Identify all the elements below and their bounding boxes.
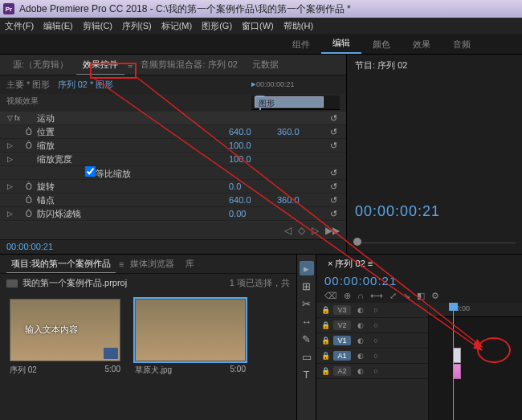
tool-button[interactable]: T <box>300 367 314 381</box>
stopwatch-icon[interactable]: Ò <box>26 196 37 205</box>
sequence-tab[interactable]: × 序列 02 ≡ <box>323 256 377 271</box>
project-tab[interactable]: 媒体浏览器 <box>125 255 179 272</box>
tool-button[interactable]: ▭ <box>300 349 314 364</box>
stopwatch-icon[interactable]: Ò <box>26 141 37 150</box>
add-keyframe-icon[interactable]: ◇ <box>298 225 305 236</box>
reset-icon[interactable]: ↺ <box>325 209 341 219</box>
prev-keyframe-icon[interactable]: ◁ <box>284 225 292 236</box>
timeline-option-icon[interactable]: ⌫ <box>324 291 337 301</box>
timeline-option-icon[interactable]: ◧ <box>417 291 425 301</box>
time-ruler[interactable]: :00:00 <box>429 303 522 317</box>
eye-icon[interactable]: ○ <box>370 336 381 345</box>
eye-icon[interactable]: ○ <box>370 367 381 375</box>
reset-icon[interactable]: ↺ <box>325 113 341 124</box>
timeline-option-icon[interactable]: ⟷ <box>370 291 383 301</box>
eye-icon[interactable]: ○ <box>370 306 381 314</box>
source-panel-tab[interactable]: 源:（无剪辑） <box>6 55 75 74</box>
timeline-option-icon[interactable]: ⚙ <box>431 291 439 301</box>
track-target[interactable]: V1 <box>333 336 351 345</box>
reset-icon[interactable]: ↺ <box>325 141 341 151</box>
source-panel-tab[interactable]: 效果控件 <box>76 55 124 75</box>
source-timecode[interactable]: 00:00:00:21 <box>0 239 346 254</box>
lock-icon[interactable]: 🔒 <box>320 367 331 375</box>
track-target[interactable]: V3 <box>333 305 351 315</box>
track-toggle[interactable]: ◐ <box>353 352 368 360</box>
tool-button[interactable]: ↔ <box>300 314 314 328</box>
workspace-tab[interactable]: 音频 <box>442 35 482 54</box>
timeline-option-icon[interactable]: ⊕ <box>344 291 351 301</box>
tool-button[interactable]: ✎ <box>300 332 314 346</box>
project-tab[interactable]: 项目:我的第一个案例作品 <box>6 255 116 273</box>
track-target[interactable]: A2 <box>333 366 351 376</box>
program-timecode[interactable]: 00:00:00:21 <box>347 200 522 223</box>
timeline-option-icon[interactable]: ↘ <box>403 291 410 301</box>
lock-icon[interactable]: 🔒 <box>320 306 331 314</box>
eye-icon[interactable]: ○ <box>370 321 381 329</box>
workspace-tab[interactable]: 编辑 <box>321 34 361 54</box>
track-toggle[interactable]: ◐ <box>353 306 368 314</box>
bin-icon[interactable] <box>6 279 18 287</box>
uniform-scale-checkbox[interactable] <box>85 166 96 177</box>
track-toggle[interactable]: ◐ <box>353 321 368 329</box>
audio-clip[interactable] <box>453 364 461 379</box>
track-toggle[interactable]: ◐ <box>353 367 368 375</box>
timeline-playhead[interactable] <box>453 303 454 420</box>
twirl-icon[interactable]: ▷ <box>5 155 14 163</box>
tab-menu-icon[interactable]: ≡ <box>119 259 124 269</box>
twirl-icon[interactable]: ▷ <box>5 182 14 190</box>
menu-item[interactable]: 窗口(W) <box>242 20 274 32</box>
timeline-option-icon[interactable]: ⤢ <box>389 291 397 301</box>
property-value[interactable]: 640.0 <box>229 195 277 205</box>
stopwatch-icon[interactable]: Ò <box>26 182 37 191</box>
workspace-tab[interactable]: 颜色 <box>361 35 402 54</box>
track-toggle[interactable]: ◐ <box>353 336 368 345</box>
workspace-tab[interactable]: 效果 <box>402 35 442 54</box>
reset-icon[interactable]: ↺ <box>325 168 341 178</box>
menu-item[interactable]: 标记(M) <box>161 20 193 32</box>
twirl-icon[interactable]: ▷ <box>5 210 14 218</box>
property-value[interactable]: 0.0 <box>229 181 277 191</box>
mini-clip[interactable]: 图形 <box>255 96 324 108</box>
property-value[interactable]: 640.0 <box>229 127 277 137</box>
menu-item[interactable]: 文件(F) <box>5 20 34 32</box>
eye-icon[interactable]: ○ <box>370 352 381 360</box>
workspace-tab[interactable]: 组件 <box>281 35 321 54</box>
tool-button[interactable]: ⊞ <box>300 279 314 293</box>
menu-item[interactable]: 编辑(E) <box>43 20 73 32</box>
property-value-2[interactable]: 360.0 <box>277 127 325 137</box>
playhead-toggle-icon[interactable]: ▶▶ <box>325 225 340 236</box>
source-panel-tab[interactable]: 元数据 <box>246 55 285 74</box>
reset-icon[interactable]: ↺ <box>325 195 341 206</box>
tab-menu-icon[interactable]: ≡ <box>128 60 133 70</box>
twirl-icon[interactable]: ▽ <box>5 114 14 122</box>
project-tab[interactable]: 库 <box>181 255 199 272</box>
property-value[interactable]: 100.0 <box>229 154 277 164</box>
menu-item[interactable]: 图形(G) <box>202 20 232 32</box>
lock-icon[interactable]: 🔒 <box>320 321 331 329</box>
timeline-timecode[interactable]: 00:00:00:21 <box>316 272 522 289</box>
track-target[interactable]: V2 <box>333 320 351 330</box>
reset-icon[interactable]: ↺ <box>325 181 341 192</box>
property-value-2[interactable]: 360.0 <box>277 195 325 205</box>
lock-icon[interactable]: 🔒 <box>320 336 331 345</box>
next-keyframe-icon[interactable]: ▷ <box>312 225 319 236</box>
stopwatch-icon[interactable]: Ò <box>26 128 37 137</box>
timeline-option-icon[interactable]: ∩ <box>357 291 364 301</box>
project-item[interactable]: 输入文本内容序列 025:00 <box>10 299 120 376</box>
timeline-content[interactable]: :00:00 <box>429 303 522 420</box>
property-value[interactable]: 100.0 <box>229 141 277 150</box>
reset-icon[interactable]: ↺ <box>325 127 341 137</box>
tool-button[interactable]: ▸ <box>300 261 314 275</box>
lock-icon[interactable]: 🔒 <box>320 352 331 360</box>
source-panel-tab[interactable]: 音频剪辑混合器: 序列 02 <box>134 55 243 74</box>
property-value[interactable]: 0.00 <box>229 209 277 218</box>
menu-item[interactable]: 帮助(H) <box>283 20 313 32</box>
menu-item[interactable]: 剪辑(C) <box>83 20 112 32</box>
program-scrubber[interactable] <box>353 226 516 251</box>
tool-button[interactable]: ✂ <box>300 296 314 311</box>
track-target[interactable]: A1 <box>333 351 351 361</box>
project-item[interactable]: 草原犬.jpg5:00 <box>135 299 246 376</box>
video-clip[interactable] <box>453 348 461 363</box>
stopwatch-icon[interactable]: Ò <box>26 210 37 218</box>
menu-item[interactable]: 序列(S) <box>122 20 152 32</box>
